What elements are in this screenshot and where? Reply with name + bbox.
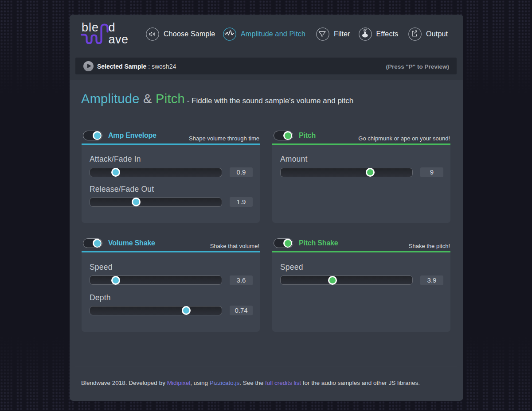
svg-text:ave: ave (109, 33, 129, 46)
svg-text:ble: ble (82, 21, 99, 34)
svg-text:d: d (109, 21, 115, 34)
